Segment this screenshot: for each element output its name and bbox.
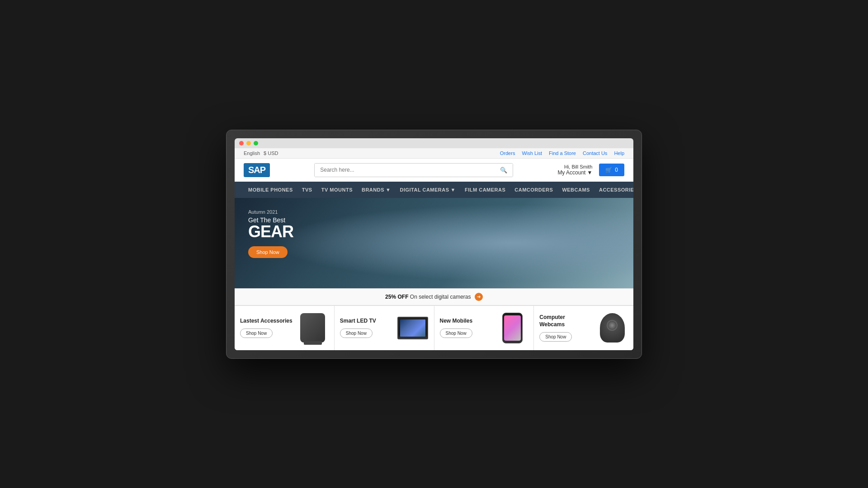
hero-subtitle: Get The Best xyxy=(248,216,620,224)
user-greeting: Hi, Bill Smith xyxy=(557,164,592,169)
sap-logo[interactable]: SAP xyxy=(244,163,270,177)
accessory-product-image xyxy=(300,313,325,343)
card-text-accessories: Lastest Accessories Shop Now xyxy=(240,318,292,338)
promo-arrow-icon: ➜ xyxy=(475,293,483,301)
product-card-tv: Smart LED TV Shop Now xyxy=(335,306,434,350)
nav-item-digital-cameras[interactable]: DIGITAL CAMERAS ▼ xyxy=(395,182,460,198)
monitor-frame: English $ USD Orders Wish List Find a St… xyxy=(226,130,642,359)
chevron-down-icon: ▼ xyxy=(451,187,456,192)
nav-item-mobile-phones[interactable]: MOBILE PHONES xyxy=(244,182,297,198)
monitor-wrapper: English $ USD Orders Wish List Find a St… xyxy=(226,130,642,359)
header-right: Hi, Bill Smith My Account ▼ 🛒 0 xyxy=(557,164,624,176)
cart-count: 0 xyxy=(615,167,618,173)
cart-button[interactable]: 🛒 0 xyxy=(599,164,624,176)
my-account-label: My Account xyxy=(557,169,585,176)
minimize-icon[interactable] xyxy=(246,141,251,145)
card-title-webcam: Computer Webcams xyxy=(539,314,592,328)
tv-screen xyxy=(400,319,425,337)
mobile-product-image xyxy=(502,313,523,343)
chevron-down-icon: ▼ xyxy=(587,169,592,176)
promo-highlight: 25% OFF xyxy=(385,293,408,300)
nav-item-tvs[interactable]: TVS xyxy=(297,182,317,198)
wishlist-link[interactable]: Wish List xyxy=(522,150,542,156)
header: SAP 🔍 Hi, Bill Smith My Account ▼ xyxy=(235,159,633,182)
product-card-mobile: New Mobiles Shop Now xyxy=(434,306,534,350)
promo-text: On select digital cameras xyxy=(410,293,471,300)
browser-content: English $ USD Orders Wish List Find a St… xyxy=(235,148,633,350)
webcam-product-image xyxy=(600,313,625,343)
nav-bar: MOBILE PHONES TVS TV MOUNTS BRANDS ▼ DIG… xyxy=(235,182,633,198)
card-title-tv: Smart LED TV xyxy=(340,318,392,325)
user-area: Hi, Bill Smith My Account ▼ xyxy=(557,164,592,176)
nav-item-brands[interactable]: BRANDS ▼ xyxy=(357,182,395,198)
orders-link[interactable]: Orders xyxy=(500,150,515,156)
nav-item-camcorders[interactable]: CAMCORDERS xyxy=(510,182,557,198)
product-cards-section: Lastest Accessories Shop Now Smart LED T… xyxy=(235,305,633,350)
card-text-tv: Smart LED TV Shop Now xyxy=(340,318,392,338)
utility-bar: English $ USD Orders Wish List Find a St… xyxy=(235,148,633,159)
find-store-link[interactable]: Find a Store xyxy=(549,150,576,156)
logo-wrapper: SAP xyxy=(244,163,270,177)
card-image-accessories xyxy=(297,312,329,344)
card-image-webcam xyxy=(596,312,628,344)
card-shop-btn-accessories[interactable]: Shop Now xyxy=(240,328,273,338)
monitor-screen-bezel: English $ USD Orders Wish List Find a St… xyxy=(235,138,633,350)
help-link[interactable]: Help xyxy=(614,150,624,156)
search-input[interactable] xyxy=(315,164,495,177)
card-text-mobile: New Mobiles Shop Now xyxy=(440,318,492,338)
search-bar: 🔍 xyxy=(314,163,513,177)
hero-shop-button[interactable]: Shop Now xyxy=(248,246,288,258)
product-card-accessories: Lastest Accessories Shop Now xyxy=(235,306,335,350)
cart-icon: 🛒 xyxy=(605,167,612,173)
card-shop-btn-mobile[interactable]: Shop Now xyxy=(440,328,472,338)
contact-link[interactable]: Contact Us xyxy=(583,150,607,156)
card-title-accessories: Lastest Accessories xyxy=(240,318,292,325)
product-card-webcam: Computer Webcams Shop Now xyxy=(534,306,633,350)
search-button[interactable]: 🔍 xyxy=(495,164,513,177)
card-image-tv xyxy=(397,312,429,344)
tv-product-image xyxy=(397,317,428,339)
utility-links: Orders Wish List Find a Store Contact Us… xyxy=(500,150,624,156)
close-icon[interactable] xyxy=(239,141,244,145)
promo-bar[interactable]: 25% OFF On select digital cameras ➜ xyxy=(235,288,633,305)
card-shop-btn-tv[interactable]: Shop Now xyxy=(340,328,373,338)
card-text-webcam: Computer Webcams Shop Now xyxy=(539,314,592,341)
card-shop-btn-webcam[interactable]: Shop Now xyxy=(539,332,572,342)
card-image-mobile xyxy=(496,312,528,344)
nav-item-film-cameras[interactable]: FILM CAMERAS xyxy=(460,182,510,198)
hero-content: Autumn 2021 Get The Best GEAR Shop Now xyxy=(235,198,633,269)
nav-item-tv-mounts[interactable]: TV MOUNTS xyxy=(317,182,357,198)
nav-item-webcams[interactable]: WEBCAMS xyxy=(557,182,594,198)
hero-title: GEAR xyxy=(248,224,620,240)
my-account-dropdown[interactable]: My Account ▼ xyxy=(557,169,592,176)
card-title-mobile: New Mobiles xyxy=(440,318,492,325)
titlebar xyxy=(235,138,633,148)
language-selector[interactable]: English xyxy=(244,150,260,156)
hero-season: Autumn 2021 xyxy=(248,209,620,215)
currency-selector[interactable]: $ USD xyxy=(264,150,278,156)
chevron-down-icon: ▼ xyxy=(386,187,391,192)
nav-item-accessories[interactable]: ACCESSORIES ▼ xyxy=(594,182,633,198)
hero-banner: Autumn 2021 Get The Best GEAR Shop Now xyxy=(235,198,633,288)
fullscreen-icon[interactable] xyxy=(254,141,258,145)
locale-selector: English $ USD xyxy=(244,150,278,156)
mobile-screen xyxy=(504,315,521,341)
